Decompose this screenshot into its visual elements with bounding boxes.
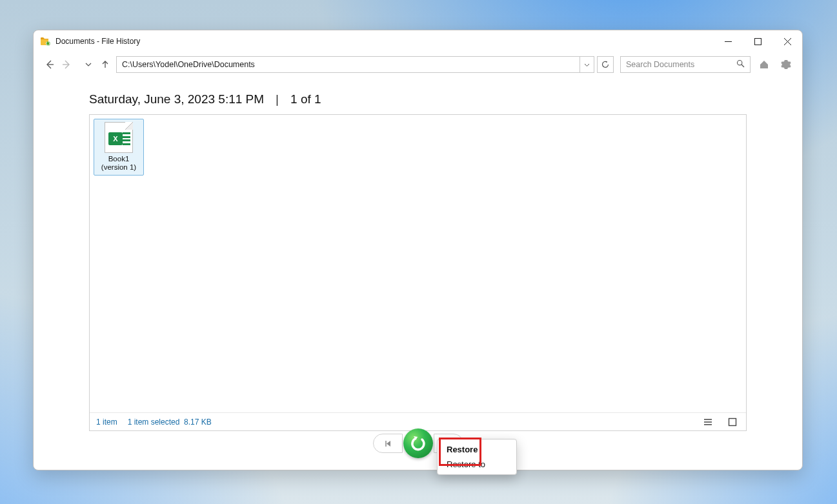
- window-title: Documents - File History: [55, 37, 140, 46]
- maximize-button[interactable]: [743, 30, 772, 52]
- search-input[interactable]: [626, 60, 736, 69]
- minimize-button[interactable]: [713, 30, 743, 52]
- restore-context-menu: Restore Restore to: [437, 439, 517, 475]
- file-list-pane: X Book1 (version 1) 1 item 1 item select…: [89, 114, 747, 431]
- close-button[interactable]: [772, 30, 802, 52]
- heading-separator: |: [276, 92, 279, 106]
- svg-point-2: [738, 61, 742, 65]
- excel-file-icon: X: [105, 122, 133, 153]
- titlebar: Documents - File History: [34, 30, 802, 52]
- svg-rect-1: [754, 38, 761, 45]
- version-heading: Saturday, June 3, 2023 5:11 PM | 1 of 1: [89, 82, 747, 114]
- settings-button[interactable]: [778, 56, 794, 73]
- menu-item-restore[interactable]: Restore: [438, 442, 516, 457]
- forward-button[interactable]: [58, 56, 75, 73]
- menu-item-restore-to[interactable]: Restore to: [438, 457, 516, 472]
- desktop-background: Documents - File History: [0, 0, 837, 504]
- address-bar[interactable]: C:\Users\Yodel\OneDrive\Documents: [116, 56, 594, 73]
- previous-version-button[interactable]: [373, 434, 403, 453]
- svg-rect-3: [729, 418, 736, 425]
- status-selected: 1 item selected 8.17 KB: [128, 418, 212, 427]
- search-icon: [736, 59, 745, 70]
- icons-view-button[interactable]: [725, 415, 740, 429]
- back-button[interactable]: [41, 56, 58, 73]
- file-item[interactable]: X Book1 (version 1): [94, 119, 144, 176]
- restore-button[interactable]: [403, 428, 433, 458]
- address-dropdown-button[interactable]: [580, 56, 594, 73]
- up-button[interactable]: [97, 56, 114, 73]
- search-box[interactable]: [620, 56, 751, 73]
- version-position: 1 of 1: [290, 92, 321, 106]
- file-area[interactable]: X Book1 (version 1): [90, 115, 746, 412]
- version-timestamp: Saturday, June 3, 2023 5:11 PM: [89, 92, 264, 106]
- bottom-controls: [89, 431, 747, 470]
- nav-toolbar: C:\Users\Yodel\OneDrive\Documents: [34, 52, 802, 77]
- home-button[interactable]: [756, 56, 772, 73]
- address-input[interactable]: C:\Users\Yodel\OneDrive\Documents: [116, 56, 580, 73]
- file-label: Book1 (version 1): [96, 155, 142, 172]
- content-area: Saturday, June 3, 2023 5:11 PM | 1 of 1 …: [34, 77, 802, 470]
- details-view-button[interactable]: [701, 415, 715, 429]
- app-icon: [40, 36, 50, 46]
- refresh-button[interactable]: [597, 56, 614, 73]
- recent-locations-button[interactable]: [80, 56, 97, 73]
- file-history-window: Documents - File History: [33, 30, 803, 470]
- status-item-count: 1 item: [96, 418, 117, 427]
- status-bar: 1 item 1 item selected 8.17 KB: [90, 412, 746, 430]
